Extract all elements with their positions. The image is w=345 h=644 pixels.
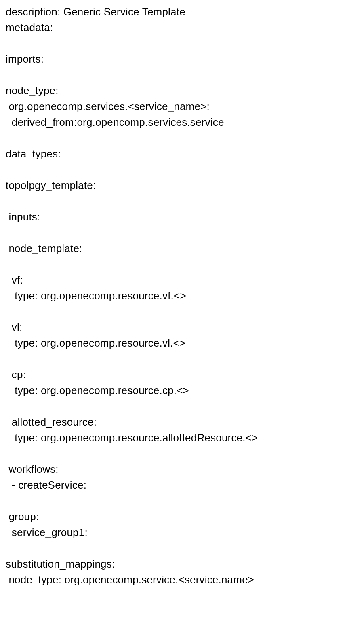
code-line: type: org.openecomp.resource.vl.<> [6,335,339,351]
code-line: cp: [6,367,339,383]
blank-line [6,304,339,320]
blank-line [6,540,339,556]
code-line: data_types: [6,146,339,162]
code-line: type: org.openecomp.resource.allottedRes… [6,430,339,446]
blank-line [6,446,339,462]
code-line: workflows: [6,462,339,477]
code-line: type: org.openecomp.resource.cp.<> [6,383,339,398]
code-line: metadata: [6,20,339,36]
code-line: org.openecomp.services.<service_name>: [6,99,339,114]
code-line: - createService: [6,477,339,493]
code-line: substitution_mappings: [6,556,339,572]
code-line: vl: [6,320,339,335]
blank-line [6,225,339,241]
code-line: inputs: [6,209,339,225]
code-line: derived_from:org.opencomp.services.servi… [6,114,339,130]
blank-line [6,130,339,146]
code-line: vf: [6,272,339,288]
blank-line [6,493,339,509]
code-line: type: org.openecomp.resource.vf.<> [6,288,339,304]
code-line: topolpgy_template: [6,178,339,193]
blank-line [6,36,339,51]
code-line: imports: [6,51,339,67]
blank-line [6,162,339,178]
code-line: node_template: [6,241,339,256]
code-line: service_group1: [6,525,339,540]
blank-line [6,256,339,272]
blank-line [6,351,339,367]
code-line: node_type: [6,83,339,99]
code-line: description: Generic Service Template [6,4,339,20]
code-line: node_type: org.openecomp.service.<servic… [6,572,339,588]
yaml-code-block: description: Generic Service Templatemet… [6,4,339,588]
blank-line [6,67,339,83]
code-line: group: [6,509,339,525]
code-line: allotted_resource: [6,414,339,430]
blank-line [6,398,339,414]
blank-line [6,193,339,209]
